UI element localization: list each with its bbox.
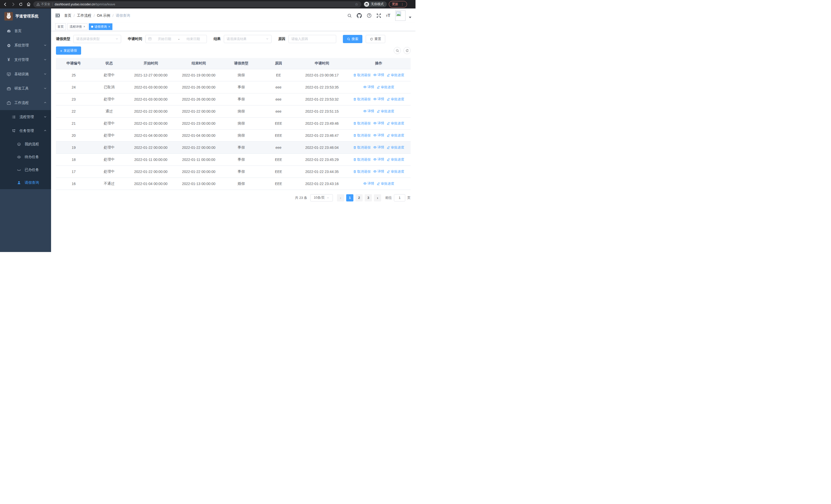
address-bar[interactable]: 不安全 dashboard.yudao.iocoder.cn/bpm/oa/le… xyxy=(33,1,361,7)
browser-back-icon[interactable] xyxy=(3,2,8,7)
cancel-leave-link[interactable]: 取消请假 xyxy=(353,169,371,174)
detail-link[interactable]: 详情 xyxy=(363,85,374,89)
result-select[interactable]: 请选择流结果 xyxy=(224,35,271,43)
sidebar-item-infrastructure[interactable]: 基础设施 xyxy=(0,67,51,81)
reset-button[interactable]: 重置 xyxy=(366,35,385,43)
approval-progress-link[interactable]: 审批进度 xyxy=(387,157,404,162)
detail-link[interactable]: 详情 xyxy=(373,121,384,125)
detail-link[interactable]: 详情 xyxy=(373,97,384,101)
security-warning[interactable]: 不安全 xyxy=(36,2,50,6)
cancel-leave-link[interactable]: 取消请假 xyxy=(353,97,371,101)
sidebar-collapse-icon[interactable] xyxy=(55,13,60,18)
reason-input[interactable]: 请输入原因 xyxy=(288,35,336,43)
sidebar-item-system[interactable]: 系统管理 xyxy=(0,38,51,53)
detail-link[interactable]: 详情 xyxy=(373,133,384,138)
avatar-dropdown-caret-icon[interactable] xyxy=(409,17,411,18)
browser-menu-icon[interactable]: ⋮ xyxy=(401,2,404,6)
approval-progress-link[interactable]: 审批进度 xyxy=(387,133,404,138)
fullscreen-icon[interactable] xyxy=(376,13,381,18)
breadcrumb-home[interactable]: 首页 xyxy=(64,13,71,18)
sidebar-item-my-process[interactable]: 我的流程 xyxy=(0,138,51,151)
next-page-button[interactable]: › xyxy=(374,194,381,202)
breadcrumb-oa-example[interactable]: OA 示例 xyxy=(97,13,110,18)
edit-icon xyxy=(387,146,390,149)
warning-icon xyxy=(36,3,40,6)
view-icon xyxy=(373,157,377,161)
page-size-select[interactable]: 10条/页 xyxy=(310,194,333,202)
approval-progress-link[interactable]: 审批进度 xyxy=(377,181,394,186)
browser-reload-icon[interactable] xyxy=(18,2,24,7)
sidebar-item-payment[interactable]: ¥ 支付管理 xyxy=(0,53,51,67)
breadcrumb-workflow[interactable]: 工作流程 xyxy=(77,13,91,18)
cell-actions: 取消请假详情审批进度 xyxy=(347,117,411,129)
col-header-start: 开始时间 xyxy=(127,58,175,69)
detail-link[interactable]: 详情 xyxy=(363,109,374,113)
search-button[interactable]: 搜索 xyxy=(343,35,362,43)
close-icon[interactable]: × xyxy=(108,25,110,28)
goto-page-input[interactable]: 1 xyxy=(394,194,405,202)
refresh-table-button[interactable] xyxy=(403,47,411,54)
sidebar-item-task-mgmt[interactable]: 任务管理 xyxy=(0,124,51,138)
cell-reason: eee xyxy=(260,81,297,93)
help-icon[interactable]: ? xyxy=(367,13,372,18)
detail-link[interactable]: 详情 xyxy=(373,169,384,174)
page-button-3[interactable]: 3 xyxy=(365,194,372,202)
avatar[interactable] xyxy=(395,10,405,21)
cancel-leave-link[interactable]: 取消请假 xyxy=(353,133,371,138)
cancel-leave-link[interactable]: 取消请假 xyxy=(353,121,371,126)
active-tab-dot xyxy=(91,26,93,28)
font-size-icon[interactable]: TT xyxy=(386,13,390,18)
sidebar-logo[interactable]: 芋道管理系统 xyxy=(0,8,51,24)
leave-type-select[interactable]: 请选择请假类型 xyxy=(74,35,121,43)
cell-start: 2022-01-22 00:00:00 xyxy=(127,141,175,153)
view-icon xyxy=(373,146,377,149)
sidebar-item-workflow[interactable]: 工作流程 xyxy=(0,96,51,110)
apply-time-range-picker[interactable]: 开始日期 - 结束日期 xyxy=(145,35,207,43)
detail-link[interactable]: 详情 xyxy=(373,157,384,162)
sidebar-item-leave-query[interactable]: 请假查询 xyxy=(0,176,51,189)
chevron-down-icon xyxy=(44,43,47,48)
cell-actions: 详情审批进度 xyxy=(347,105,411,117)
approval-progress-link[interactable]: 审批进度 xyxy=(387,97,404,101)
sidebar-item-home[interactable]: 首页 xyxy=(0,24,51,38)
browser-forward-icon[interactable] xyxy=(10,2,16,7)
page-button-1[interactable]: 1 xyxy=(346,194,353,202)
cell-id: 23 xyxy=(56,93,91,105)
bookmark-star-icon[interactable]: ☆ xyxy=(355,2,358,7)
github-icon[interactable] xyxy=(357,13,362,18)
tab-leave-query[interactable]: 请假查询 × xyxy=(89,23,112,30)
sidebar-item-process-mgmt[interactable]: 流程管理 xyxy=(0,110,51,124)
cancel-leave-link[interactable]: 取消请假 xyxy=(353,157,371,162)
edit-icon xyxy=(387,158,390,161)
approval-progress-link[interactable]: 审批进度 xyxy=(387,145,404,150)
approval-progress-link[interactable]: 审批进度 xyxy=(377,109,394,114)
table-tools xyxy=(394,47,411,54)
approval-progress-link[interactable]: 审批进度 xyxy=(377,85,394,90)
toggle-search-button[interactable] xyxy=(394,47,401,54)
create-leave-button[interactable]: + 发起请假 xyxy=(56,47,81,55)
browser-update-button[interactable]: 更新 ⋮ xyxy=(389,1,407,7)
tab-home[interactable]: 首页 xyxy=(55,23,66,30)
create-leave-label: 发起请假 xyxy=(64,48,77,53)
tab-process-detail[interactable]: 流程详情 × xyxy=(67,23,87,30)
cancel-leave-link[interactable]: 取消请假 xyxy=(353,145,371,150)
sidebar-item-todo-tasks[interactable]: 待办任务 xyxy=(0,151,51,164)
apply-time-label: 申请时间 xyxy=(128,37,142,41)
cancel-leave-link[interactable]: 取消请假 xyxy=(353,73,371,78)
approval-progress-link[interactable]: 审批进度 xyxy=(387,121,404,126)
detail-link[interactable]: 详情 xyxy=(373,72,384,77)
sidebar-item-devtools[interactable]: 研发工具 xyxy=(0,81,51,96)
sidebar-item-done-tasks[interactable]: 已办任务 xyxy=(0,164,51,176)
approval-progress-link[interactable]: 审批进度 xyxy=(387,169,404,174)
approval-progress-link[interactable]: 审批进度 xyxy=(387,73,404,78)
detail-link[interactable]: 详情 xyxy=(363,181,374,186)
edit-icon xyxy=(377,110,380,113)
page-button-2[interactable]: 2 xyxy=(355,194,363,202)
search-icon[interactable] xyxy=(347,13,352,18)
browser-home-icon[interactable] xyxy=(26,2,31,7)
leave-type-label: 请假类型 xyxy=(56,37,70,41)
prev-page-button[interactable]: ‹ xyxy=(337,194,344,202)
chevron-down-icon xyxy=(44,72,47,76)
close-icon[interactable]: × xyxy=(83,25,85,28)
detail-link[interactable]: 详情 xyxy=(373,145,384,150)
